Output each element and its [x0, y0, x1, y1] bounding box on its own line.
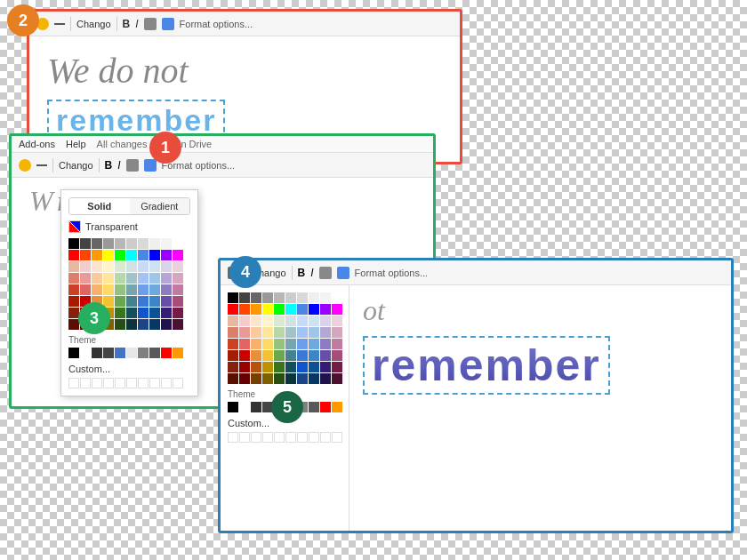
color-cell[interactable]: [285, 316, 296, 326]
color-cell[interactable]: [297, 373, 308, 384]
color-cell[interactable]: [309, 350, 319, 361]
color-cell[interactable]: [274, 350, 285, 361]
color-cell[interactable]: [320, 362, 331, 372]
theme-color-cell[interactable]: [103, 348, 114, 358]
color-cell[interactable]: [309, 339, 319, 349]
color-cell[interactable]: [149, 250, 160, 260]
color-cell[interactable]: [161, 250, 172, 260]
color-cell[interactable]: [285, 327, 296, 338]
theme-color-cell[interactable]: [161, 348, 172, 358]
color-cell[interactable]: [92, 284, 102, 295]
bold-4[interactable]: B: [298, 267, 306, 279]
tab-solid[interactable]: Solid: [69, 198, 130, 214]
color-cell[interactable]: [115, 261, 125, 272]
theme-color-cell[interactable]: [68, 348, 79, 358]
color-cell[interactable]: [138, 261, 149, 272]
format-options[interactable]: Format options...: [180, 19, 253, 29]
color-cell[interactable]: [309, 373, 319, 384]
img-icon-3[interactable]: [144, 159, 157, 172]
color-cell[interactable]: [138, 296, 149, 307]
color-cell[interactable]: [228, 292, 238, 303]
custom-swatch[interactable]: [126, 378, 137, 388]
italic-button[interactable]: I: [135, 18, 138, 30]
color-cell[interactable]: [126, 273, 137, 284]
custom-swatch[interactable]: [161, 378, 172, 388]
image-icon[interactable]: [162, 18, 174, 30]
color-cell[interactable]: [332, 373, 342, 384]
color-cell[interactable]: [173, 308, 183, 318]
link-icon-4[interactable]: [319, 267, 332, 279]
color-cell[interactable]: [173, 296, 183, 307]
theme-color-cell[interactable]: [173, 348, 183, 358]
color-cell[interactable]: [332, 327, 342, 338]
color-cell[interactable]: [138, 319, 149, 330]
theme-color-cell[interactable]: [92, 348, 102, 358]
color-cell[interactable]: [149, 296, 160, 307]
color-cell[interactable]: [239, 339, 250, 349]
color-cell[interactable]: [161, 319, 172, 330]
color-cell[interactable]: [251, 362, 261, 372]
color-cell[interactable]: [149, 261, 160, 272]
color-cell[interactable]: [309, 362, 319, 372]
color-cell[interactable]: [115, 238, 125, 249]
theme-color-cell[interactable]: [239, 402, 250, 412]
color-cell[interactable]: [251, 350, 261, 361]
img-icon-4[interactable]: [337, 267, 349, 279]
color-cell[interactable]: [274, 339, 285, 349]
color-cell[interactable]: [251, 327, 261, 338]
color-cell[interactable]: [239, 316, 250, 326]
custom-button[interactable]: Custom...: [68, 364, 190, 374]
custom-swatch[interactable]: [274, 432, 285, 443]
color-cell[interactable]: [115, 296, 125, 307]
color-cell[interactable]: [103, 238, 114, 249]
color-cell[interactable]: [228, 327, 238, 338]
color-cell[interactable]: [103, 261, 114, 272]
bold-3[interactable]: B: [105, 159, 113, 172]
color-cell[interactable]: [285, 373, 296, 384]
color-cell[interactable]: [228, 373, 238, 384]
color-cell[interactable]: [92, 273, 102, 284]
color-cell[interactable]: [320, 373, 331, 384]
color-cell[interactable]: [297, 339, 308, 349]
theme-color-cell[interactable]: [332, 402, 342, 412]
bold-button[interactable]: B: [123, 18, 131, 30]
color-cell[interactable]: [149, 238, 160, 249]
theme-color-cell[interactable]: [149, 348, 160, 358]
color-cell[interactable]: [161, 296, 172, 307]
transparent-label[interactable]: Transparent: [85, 221, 138, 232]
color-cell[interactable]: [228, 304, 238, 315]
custom-swatch[interactable]: [92, 378, 102, 388]
color-cell[interactable]: [115, 250, 125, 260]
color-cell[interactable]: [297, 316, 308, 326]
color-cell[interactable]: [138, 273, 149, 284]
color-cell[interactable]: [320, 327, 331, 338]
color-cell[interactable]: [309, 316, 319, 326]
color-cell[interactable]: [149, 273, 160, 284]
color-cell[interactable]: [262, 373, 273, 384]
color-cell[interactable]: [173, 319, 183, 330]
custom-swatch[interactable]: [149, 378, 160, 388]
custom-swatch[interactable]: [309, 432, 319, 443]
color-cell[interactable]: [68, 238, 79, 249]
color-cell[interactable]: [228, 316, 238, 326]
color-cell[interactable]: [274, 362, 285, 372]
color-cell[interactable]: [262, 327, 273, 338]
menu-addons[interactable]: Add-ons: [19, 139, 55, 149]
color-cell[interactable]: [173, 284, 183, 295]
color-cell[interactable]: [138, 308, 149, 318]
color-cell[interactable]: [332, 350, 342, 361]
color-cell[interactable]: [251, 304, 261, 315]
theme-color-cell[interactable]: [320, 402, 331, 412]
color-cell[interactable]: [297, 362, 308, 372]
color-cell[interactable]: [126, 296, 137, 307]
format-options-4[interactable]: Format options...: [355, 268, 429, 278]
color-cell[interactable]: [173, 250, 183, 260]
color-cell[interactable]: [80, 250, 91, 260]
color-cell[interactable]: [262, 316, 273, 326]
custom-swatch[interactable]: [285, 432, 296, 443]
custom-swatch[interactable]: [228, 432, 238, 443]
color-cell[interactable]: [228, 362, 238, 372]
color-cell[interactable]: [103, 284, 114, 295]
color-cell[interactable]: [297, 292, 308, 303]
theme-color-cell[interactable]: [309, 402, 319, 412]
